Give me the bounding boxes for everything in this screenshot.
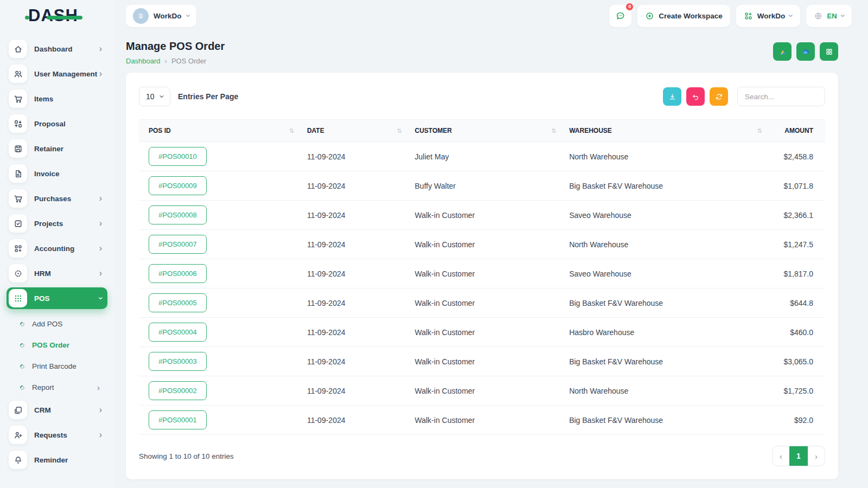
table-body: #POS0001011-09-2024Juliet MayNorth Wareh… (139, 142, 825, 435)
pos-id-link[interactable]: #POS00006 (149, 264, 207, 283)
pos-id-link[interactable]: #POS00005 (149, 293, 207, 312)
date-cell: 11-09-2024 (307, 376, 415, 406)
pos-id-link[interactable]: #POS00010 (149, 147, 207, 166)
warehouse-cell: North Warehouse (569, 230, 775, 259)
undo-button[interactable] (686, 87, 705, 106)
date-cell: 11-09-2024 (307, 259, 415, 288)
refresh-button[interactable] (710, 87, 728, 106)
search-input[interactable] (737, 87, 825, 106)
pos-id-link[interactable]: #POS00001 (149, 410, 207, 429)
pos-id-link[interactable]: #POS00003 (149, 352, 207, 371)
cart-icon (9, 189, 27, 208)
sidebar-subitem-label: Add POS (32, 320, 62, 328)
google-drive-button[interactable] (773, 42, 792, 61)
table-row: #POS0000711-09-2024Walk-in CustomerNorth… (139, 230, 825, 259)
column-header-pos-id[interactable]: POS ID⇅ (139, 120, 307, 142)
workspace-selector[interactable]: WorkDo › (126, 5, 196, 27)
amount-cell: $2,458.8 (775, 142, 825, 171)
sidebar-subitem-add-pos[interactable]: Add POS (13, 313, 107, 335)
sort-icon[interactable]: ⇅ (289, 127, 294, 134)
sidebar-item-label: Accounting (34, 245, 74, 253)
pos-id-link[interactable]: #POS00004 (149, 323, 207, 342)
chevron-down-icon: › (787, 14, 795, 17)
sidebar-item-projects[interactable]: Projects› (7, 213, 107, 234)
amount-cell: $92.0 (775, 406, 825, 435)
refresh-icon (715, 93, 723, 101)
sidebar-item-purchases[interactable]: Purchases› (7, 188, 107, 209)
sidebar-item-user-management[interactable]: User Management› (7, 63, 107, 85)
warehouse-cell: Saveo Warehouse (569, 259, 775, 288)
pos-id-link[interactable]: #POS00002 (149, 381, 207, 400)
sidebar-subitem-print-barcode[interactable]: Print Barcode (13, 356, 107, 377)
sidebar-item-reminder[interactable]: Reminder (7, 449, 107, 471)
amount-cell: $2,366.1 (775, 201, 825, 230)
column-header-customer[interactable]: CUSTOMER⇅ (415, 120, 570, 142)
sidebar-item-pos[interactable]: POS› (7, 287, 107, 309)
download-button[interactable] (663, 87, 681, 106)
customer-cell: Walk-in Customer (415, 376, 570, 406)
sidebar-item-items[interactable]: Items (7, 88, 107, 110)
sidebar-item-hrm[interactable]: HRM› (7, 262, 107, 284)
sidebar-item-accounting[interactable]: Accounting› (7, 237, 107, 259)
warehouse-cell: Big Basket F&V Warehouse (569, 171, 775, 201)
sidebar-item-proposal[interactable]: Proposal (7, 113, 107, 134)
pos-id-link[interactable]: #POS00009 (149, 176, 207, 195)
sidebar-item-label: Purchases (34, 195, 71, 203)
workdo-menu[interactable]: WorkDo › (736, 5, 800, 27)
language-selector[interactable]: EN › (806, 5, 852, 27)
sidebar-item-crm[interactable]: CRM› (7, 399, 107, 421)
sidebar-subitem-label: POS Order (32, 341, 69, 349)
save-icon (9, 139, 27, 158)
sort-icon[interactable]: ⇅ (757, 127, 762, 134)
table-row: #POS0000911-09-2024Buffy WalterBig Baske… (139, 171, 825, 201)
create-workspace-button[interactable]: Create Workspace (637, 5, 730, 27)
sidebar-item-dashboard[interactable]: Dashboard› (7, 38, 107, 60)
sidebar-item-retainer[interactable]: Retainer (7, 138, 107, 159)
undo-icon (692, 93, 700, 101)
pos-id-link[interactable]: #POS00007 (149, 235, 207, 254)
entries-per-page-select[interactable]: 10 (139, 87, 170, 106)
table-row: #POS0001011-09-2024Juliet MayNorth Wareh… (139, 142, 825, 171)
messages-button[interactable]: 0 (609, 5, 631, 27)
pagination-next-button[interactable]: › (808, 446, 825, 466)
customer-cell: Walk-in Customer (415, 230, 570, 259)
pos-id-link[interactable]: #POS00008 (149, 206, 207, 224)
warehouse-cell: North Warehouse (569, 376, 775, 406)
table-footer: Showing 1 to 10 of 10 entries ‹ 1 › (139, 446, 825, 468)
warehouse-cell: Big Basket F&V Warehouse (569, 347, 775, 376)
dash-logo[interactable]: DASH (0, 0, 114, 31)
sidebar-item-invoice[interactable]: Invoice (7, 163, 107, 184)
grid-plus-icon (744, 11, 753, 21)
logo-dot-accent (25, 16, 29, 20)
chevron-down-icon: › (838, 14, 847, 17)
sidebar-item-requests[interactable]: Requests› (7, 424, 107, 446)
sort-icon[interactable]: ⇅ (397, 127, 401, 134)
header-actions (773, 42, 838, 61)
pagination-page-1[interactable]: 1 (789, 446, 808, 466)
chat-icon (615, 11, 626, 21)
sidebar-subitem-label: Print Barcode (32, 362, 76, 370)
sidebar-item-label: Retainer (34, 145, 63, 153)
grid-view-button[interactable] (820, 42, 838, 61)
sidebar-item-label: Items (34, 95, 53, 103)
invoice-icon (9, 164, 27, 183)
download-icon (668, 93, 676, 101)
sort-icon[interactable]: ⇅ (551, 127, 556, 134)
sidebar-subitem-report[interactable]: Report› (13, 377, 107, 398)
sidebar-subitem-pos-order[interactable]: POS Order (13, 335, 107, 356)
breadcrumb-separator: › (165, 57, 167, 65)
chevron-right-icon: › (97, 383, 100, 392)
breadcrumb-link-dashboard[interactable]: Dashboard (126, 57, 161, 65)
users-icon (9, 65, 27, 83)
entries-per-page-value: 10 (146, 92, 155, 101)
column-header-warehouse[interactable]: WAREHOUSE⇅ (569, 120, 775, 142)
pagination-prev-button[interactable]: ‹ (773, 446, 789, 466)
table-row: #POS0000611-09-2024Walk-in CustomerSaveo… (139, 259, 825, 288)
main-content: Manage POS Order Dashboard › POS Order 1… (114, 31, 868, 488)
plus-circle-icon (645, 11, 654, 21)
onedrive-button[interactable] (796, 42, 815, 61)
chevron-right-icon: › (99, 44, 102, 53)
amount-cell: $1,247.5 (775, 230, 825, 259)
date-cell: 11-09-2024 (307, 142, 415, 171)
column-header-date[interactable]: DATE⇅ (307, 120, 415, 142)
